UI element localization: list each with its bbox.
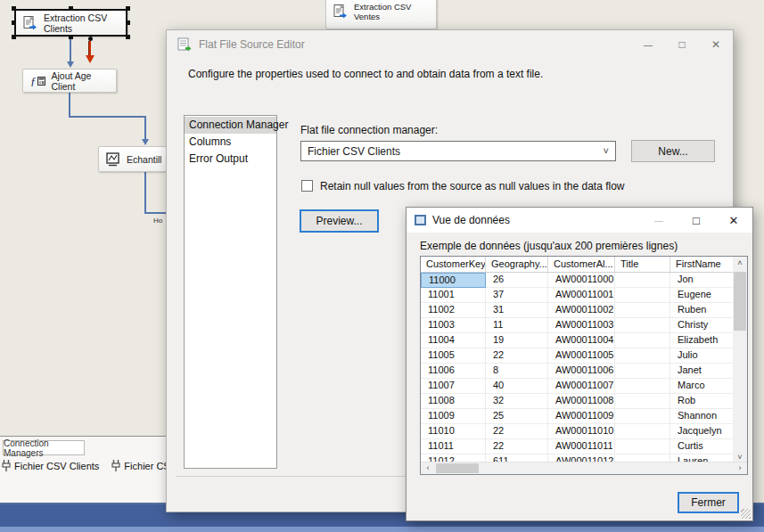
table-cell[interactable]: 11003 [421, 318, 486, 333]
table-cell[interactable]: 11006 [421, 364, 486, 379]
table-cell[interactable]: AW00011005 [548, 348, 615, 364]
dataflow-path[interactable] [70, 37, 71, 61]
table-cell[interactable] [615, 424, 670, 439]
table-cell[interactable]: Janet [670, 364, 734, 379]
nav-item[interactable]: Columns [185, 134, 276, 151]
table-cell[interactable]: 25 [486, 409, 548, 424]
resize-grip-icon[interactable] [741, 509, 751, 519]
table-row[interactable]: 1101122AW00011011Curtis [421, 439, 747, 454]
scroll-left-icon[interactable]: ‹ [421, 462, 435, 473]
table-cell[interactable]: AW00011006 [548, 364, 615, 379]
dataflow-path[interactable] [144, 116, 146, 140]
table-cell[interactable]: 11002 [421, 303, 486, 318]
table-cell[interactable]: Shannon [670, 409, 734, 424]
table-cell[interactable] [615, 439, 670, 454]
table-cell[interactable]: 11001 [421, 288, 486, 303]
horizontal-scrollbar[interactable]: ‹ › [421, 462, 747, 474]
table-row[interactable]: 1101022AW00011010Jacquelyn [421, 424, 747, 439]
table-cell[interactable]: AW00011009 [548, 409, 615, 424]
table-cell[interactable] [615, 409, 670, 424]
table-cell[interactable] [615, 333, 670, 348]
scroll-up-icon[interactable]: ˄ [733, 257, 747, 269]
minimize-icon[interactable]: — [631, 30, 665, 59]
table-cell[interactable]: 31 [486, 303, 548, 318]
table-cell[interactable]: AW00011007 [548, 379, 615, 394]
dataflow-path[interactable] [69, 116, 145, 118]
selection-handle[interactable] [126, 20, 130, 25]
column-header[interactable]: Geography... [486, 257, 548, 272]
new-button[interactable]: New... [631, 140, 715, 162]
close-icon[interactable]: ✕ [715, 208, 752, 233]
dataflow-box-extraction-csv-clients[interactable]: Extraction CSV Clients [14, 9, 127, 37]
column-header[interactable]: CustomerAl... [548, 257, 615, 272]
column-header[interactable]: Title [615, 257, 670, 272]
preview-button[interactable]: Preview... [300, 209, 379, 233]
dataflow-box-echantillonnage[interactable]: Echantillonnag [98, 146, 169, 172]
dataflow-path[interactable] [144, 172, 146, 213]
table-cell[interactable]: 11007 [421, 379, 486, 394]
table-cell[interactable]: Ruben [670, 303, 734, 318]
table-cell[interactable]: Elizabeth [670, 333, 734, 348]
table-cell[interactable]: 8 [486, 364, 548, 379]
table-row[interactable]: 1100832AW00011008Rob [421, 394, 747, 409]
table-row[interactable]: 110068AW00011006Janet [421, 364, 747, 379]
table-cell[interactable] [615, 364, 670, 379]
table-cell[interactable]: 11 [486, 318, 548, 333]
maximize-icon[interactable]: □ [678, 208, 715, 233]
table-cell[interactable]: Jon [670, 273, 734, 288]
table-cell[interactable] [615, 348, 670, 364]
selection-handle[interactable] [69, 35, 73, 39]
table-cell[interactable]: AW00011002 [548, 303, 615, 318]
connection-managers-tab[interactable]: Connection Managers [3, 440, 85, 455]
table-cell[interactable] [615, 394, 670, 409]
table-cell[interactable]: AW00011004 [548, 333, 615, 348]
table-cell[interactable]: AW00011010 [548, 424, 615, 439]
table-cell[interactable]: 19 [486, 333, 548, 348]
table-row[interactable]: 1100311AW00011003Christy [421, 318, 747, 333]
connection-manager-item[interactable]: Fichier CSV Clients [2, 460, 99, 471]
vertical-scrollbar-thumb[interactable] [734, 272, 746, 331]
table-row[interactable]: 1100522AW00011005Julio [421, 348, 747, 364]
table-cell[interactable]: AW00011008 [548, 394, 615, 409]
connection-manager-select[interactable]: Fichier CSV Clients ˅ [300, 141, 616, 161]
table-cell[interactable]: Rob [670, 394, 734, 409]
error-output-path[interactable] [88, 41, 91, 55]
table-cell[interactable]: 40 [486, 379, 548, 394]
table-cell[interactable] [615, 288, 670, 303]
table-cell[interactable]: AW00011000 [548, 273, 615, 288]
table-cell[interactable]: 22 [486, 424, 548, 439]
table-cell[interactable]: Eugene [670, 288, 734, 303]
table-row[interactable]: 1100231AW00011002Ruben [421, 303, 747, 318]
table-row[interactable]: 1100137AW00011001Eugene [421, 288, 747, 303]
table-cell[interactable]: AW00011001 [548, 288, 615, 303]
maximize-icon[interactable]: □ [665, 30, 699, 59]
table-cell[interactable]: 11009 [421, 409, 486, 424]
table-cell[interactable]: AW00011011 [548, 439, 615, 454]
selection-handle[interactable] [12, 20, 16, 25]
nav-item[interactable]: Error Output [185, 151, 276, 168]
dataflow-path[interactable] [69, 93, 70, 117]
dataflow-box-extraction-csv-ventes[interactable]: Extraction CSV Ventes [325, 0, 437, 29]
table-cell[interactable]: 32 [486, 394, 548, 409]
fermer-button[interactable]: Fermer [678, 492, 739, 513]
table-cell[interactable]: Christy [670, 318, 734, 333]
selection-handle[interactable] [12, 6, 16, 11]
table-cell[interactable]: Julio [670, 348, 734, 364]
horizontal-scrollbar-thumb[interactable] [436, 463, 479, 473]
table-cell[interactable]: 11004 [421, 333, 486, 348]
ffse-titlebar[interactable]: Flat File Source Editor — □ ✕ [167, 30, 733, 59]
table-row[interactable]: 1100419AW00011004Elizabeth [421, 333, 747, 348]
column-header[interactable]: CustomerKey [421, 257, 486, 272]
table-cell[interactable]: Marco [670, 379, 734, 394]
table-cell[interactable]: Jacquelyn [670, 424, 734, 439]
selection-handle[interactable] [69, 6, 73, 11]
close-icon[interactable]: ✕ [699, 30, 733, 59]
column-header[interactable]: FirstName [670, 257, 734, 272]
selection-handle[interactable] [126, 35, 130, 39]
dataflow-box-ajout-age-client[interactable]: ƒ Ajout Age Client [22, 69, 117, 93]
table-cell[interactable]: AW00011003 [548, 318, 615, 333]
table-cell[interactable]: 22 [486, 439, 548, 454]
table-cell[interactable] [615, 273, 670, 288]
table-row[interactable]: 1100026AW00011000Jon [421, 273, 747, 288]
table-cell[interactable] [615, 318, 670, 333]
